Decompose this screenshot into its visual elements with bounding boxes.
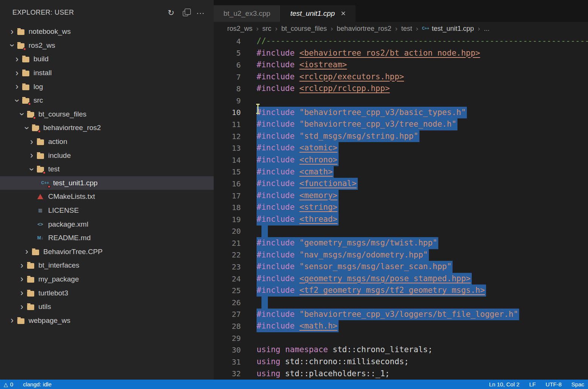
- tree-item-CMakeLists.txt[interactable]: CMakeLists.txt: [0, 190, 214, 204]
- line-number[interactable]: 7: [214, 73, 241, 82]
- code-line-10[interactable]: 10#include "behaviortree_cpp_v3/basic_ty…: [214, 107, 588, 119]
- tree-item-log[interactable]: ›log: [0, 80, 214, 94]
- tree-item-bt_interfaces[interactable]: ›bt_interfaces: [0, 259, 214, 272]
- indentation-indicator[interactable]: Spac: [571, 381, 584, 387]
- tree-item-install[interactable]: ›install: [0, 66, 214, 80]
- cursor-position[interactable]: Ln 10, Col 2: [489, 381, 520, 387]
- line-number[interactable]: 31: [214, 357, 241, 366]
- line-number[interactable]: 19: [214, 215, 241, 224]
- line-number[interactable]: 12: [214, 132, 241, 141]
- tree-item-package.xml[interactable]: <>package.xml: [0, 217, 214, 231]
- tree-item-webpage_ws[interactable]: ›webpage_ws: [0, 313, 214, 327]
- tree-item-turtlebot3[interactable]: ›turtlebot3: [0, 286, 214, 300]
- breadcrumb-item-...[interactable]: ...: [484, 25, 489, 33]
- tree-item-notebook_ws[interactable]: ›notebook_ws: [0, 25, 214, 39]
- code-line-18[interactable]: 18#include <string>: [214, 201, 588, 213]
- line-number[interactable]: 11: [214, 120, 241, 129]
- line-number[interactable]: 21: [214, 239, 241, 248]
- code-line-16[interactable]: 16#include <functional>: [214, 178, 588, 190]
- breadcrumb-item-test[interactable]: test: [401, 25, 412, 33]
- line-number[interactable]: 27: [214, 310, 241, 319]
- code-editor[interactable]: 4//-------------------------------------…: [214, 35, 588, 380]
- line-number[interactable]: 26: [214, 298, 241, 307]
- tree-item-action[interactable]: ›action: [0, 135, 214, 149]
- line-ending-indicator[interactable]: LF: [529, 381, 536, 387]
- code-line-27[interactable]: 27#include "behaviortree_cpp_v3/loggers/…: [214, 309, 588, 321]
- code-line-19[interactable]: 19#include <thread>: [214, 213, 588, 226]
- refresh-icon[interactable]: ↻: [168, 9, 175, 17]
- code-line-24[interactable]: 24#include <geometry_msgs/msg/pose_stamp…: [214, 273, 588, 285]
- more-actions-icon[interactable]: ···: [196, 9, 205, 17]
- line-number[interactable]: 23: [214, 262, 241, 271]
- line-number[interactable]: 24: [214, 274, 241, 283]
- collapse-folders-icon[interactable]: [183, 11, 188, 16]
- line-number[interactable]: 25: [214, 286, 241, 295]
- line-number[interactable]: 9: [214, 96, 241, 105]
- line-number[interactable]: 13: [214, 144, 241, 153]
- tree-item-LICENSE[interactable]: ≡LICENSE: [0, 204, 214, 218]
- breadcrumb-item-src[interactable]: src: [262, 25, 271, 33]
- line-number[interactable]: 17: [214, 191, 241, 200]
- line-number[interactable]: 8: [214, 84, 241, 93]
- line-number[interactable]: 30: [214, 345, 241, 354]
- tree-item-src[interactable]: ›src: [0, 94, 214, 107]
- code-line-22[interactable]: 22#include "nav_msgs/msg/odometry.hpp": [214, 249, 588, 261]
- tree-item-my_package[interactable]: ›my_package: [0, 272, 214, 286]
- line-number[interactable]: 28: [214, 322, 241, 331]
- line-number[interactable]: 10: [214, 108, 241, 117]
- line-number[interactable]: 6: [214, 61, 241, 70]
- encoding-indicator[interactable]: UTF-8: [545, 381, 562, 387]
- code-line-25[interactable]: 25#include <tf2_geometry_msgs/tf2_geomet…: [214, 285, 588, 297]
- tree-item-test_unit1.cpp[interactable]: C++test_unit1.cpp: [0, 176, 214, 190]
- tab-test_unit1.cpp[interactable]: test_unit1.cpp×: [281, 5, 356, 22]
- line-number[interactable]: 20: [214, 227, 241, 236]
- code-line-12[interactable]: 12#include "std_msgs/msg/string.hpp": [214, 130, 588, 142]
- line-number[interactable]: 32: [214, 369, 241, 378]
- tree-item-bt_course_files[interactable]: ›bt_course_files: [0, 107, 214, 121]
- line-number[interactable]: 14: [214, 156, 241, 165]
- line-number[interactable]: 5: [214, 48, 241, 58]
- close-icon[interactable]: ×: [341, 9, 346, 18]
- code-line-6[interactable]: 6#include <iostream>: [214, 59, 588, 71]
- code-line-30[interactable]: 30using namespace std::chrono_literals;: [214, 344, 588, 356]
- breadcrumb-item-ros2_ws[interactable]: ros2_ws: [227, 25, 252, 33]
- code-line-17[interactable]: 17#include <memory>: [214, 190, 588, 202]
- code-line-31[interactable]: 31using std::chrono::milliseconds;: [214, 356, 588, 368]
- tree-item-behaviortree_ros2[interactable]: ›behaviortree_ros2: [0, 121, 214, 135]
- tree-item-utils[interactable]: ›utils: [0, 300, 214, 314]
- line-number[interactable]: 29: [214, 334, 241, 343]
- clangd-status[interactable]: clangd: idle: [23, 381, 52, 387]
- line-number[interactable]: 16: [214, 179, 241, 188]
- breadcrumb-item-test_unit1.cpp[interactable]: C++test_unit1.cpp: [422, 25, 474, 33]
- tree-item-build[interactable]: ›build: [0, 52, 214, 66]
- breadcrumb-item-behaviortree_ros2[interactable]: behaviortree_ros2: [337, 25, 391, 33]
- tab-bt_u2_ex3.cpp[interactable]: bt_u2_ex3.cpp: [214, 5, 281, 22]
- code-line-8[interactable]: 8#include <rclcpp/rclcpp.hpp>: [214, 83, 588, 95]
- code-line-13[interactable]: 13#include <atomic>: [214, 142, 588, 154]
- breadcrumb-item-bt_course_files[interactable]: bt_course_files: [281, 25, 327, 33]
- problems-badge[interactable]: △0: [4, 381, 13, 387]
- code-line-21[interactable]: 21#include "geometry_msgs/msg/twist.hpp": [214, 237, 588, 249]
- tree-item-include[interactable]: ›include: [0, 148, 214, 162]
- tree-item-test[interactable]: ›test: [0, 162, 214, 176]
- code-line-23[interactable]: 23#include "sensor_msgs/msg/laser_scan.h…: [214, 261, 588, 273]
- code-line-7[interactable]: 7#include <rclcpp/executors.hpp>: [214, 71, 588, 83]
- code-line-32[interactable]: 32using std::placeholders::_1;: [214, 368, 588, 380]
- tree-item-BehaviorTree.CPP[interactable]: ›BehaviorTree.CPP: [0, 245, 214, 259]
- line-number[interactable]: 18: [214, 203, 241, 212]
- code-line-28[interactable]: 28#include <math.h>: [214, 320, 588, 332]
- line-number[interactable]: 4: [214, 37, 241, 46]
- tree-item-README.md[interactable]: M↓README.md: [0, 231, 214, 245]
- code-line-15[interactable]: 15#include <cmath>: [214, 166, 588, 178]
- code-line-4[interactable]: 4//-------------------------------------…: [214, 35, 588, 47]
- code-line-11[interactable]: 11#include "behaviortree_cpp_v3/tree_nod…: [214, 118, 588, 130]
- code-line-9[interactable]: 9: [214, 95, 588, 107]
- tree-item-ros2_ws[interactable]: ›ros2_ws: [0, 39, 214, 53]
- code-line-29[interactable]: 29: [214, 332, 588, 344]
- code-line-26[interactable]: 26: [214, 297, 588, 309]
- line-number[interactable]: 15: [214, 167, 241, 176]
- line-number[interactable]: 22: [214, 250, 241, 259]
- code-line-5[interactable]: 5#include <behaviortree_ros2/bt_action_n…: [214, 47, 588, 59]
- code-line-14[interactable]: 14#include <chrono>: [214, 154, 588, 166]
- code-line-20[interactable]: 20: [214, 226, 588, 238]
